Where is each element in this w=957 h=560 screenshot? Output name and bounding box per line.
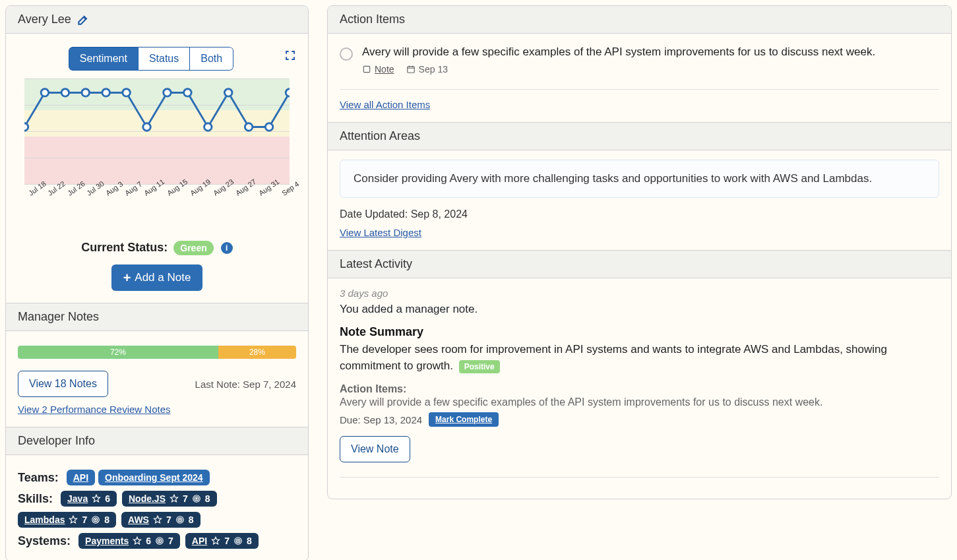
status-badge: Green [173,241,213,255]
action-item-note-link[interactable]: Note [362,64,394,75]
sentiment-chart [24,78,290,184]
svg-point-28 [237,540,239,542]
svg-point-5 [123,89,130,96]
latest-activity-header: Latest Activity [328,250,951,278]
svg-point-6 [143,123,150,131]
last-note-label: Last Note: Sep 7, 2024 [195,379,296,390]
mark-complete-button[interactable]: Mark Complete [429,412,499,427]
pill-node.js[interactable]: Node.JS78 [122,491,217,507]
current-status-label: Current Status: [81,241,168,254]
action-item-text: Avery will provide a few specific exampl… [362,46,875,59]
activity-action-items-label: Action Items: [340,383,939,395]
calendar-icon [406,65,416,74]
svg-rect-29 [363,66,369,72]
expand-icon[interactable] [284,49,296,63]
latest-activity-panel: 3 days ago You added a manager note. Not… [328,278,951,499]
pill-java[interactable]: Java6 [61,491,117,507]
pill-aws[interactable]: AWS78 [121,512,200,528]
svg-point-7 [164,89,171,96]
manager-notes-header: Manager Notes [6,303,308,331]
view-note-button[interactable]: View Note [340,436,410,462]
view-all-action-items-link[interactable]: View all Action Items [340,99,430,110]
action-item-date: Sep 13 [406,64,448,75]
positive-badge: Positive [459,360,500,373]
profile-card: Avery Lee Sentiment Status Both [5,5,309,560]
skills-row: Skills: Java6 Node.JS78 Lambdas78 AWS78 [18,491,296,528]
view-notes-button[interactable]: View 18 Notes [18,371,108,397]
svg-point-22 [179,519,181,520]
teams-row: Teams: API Onboarding Sept 2024 [18,470,296,485]
info-icon[interactable]: i [221,242,233,254]
attention-date-updated: Date Updated: Sep 8, 2024 [340,208,939,220]
note-icon [362,65,371,74]
pill-api[interactable]: API [67,470,95,485]
teams-label: Teams: [18,471,59,485]
activity-age: 3 days ago [340,288,939,299]
toggle-both[interactable]: Both [190,47,233,71]
edit-icon[interactable] [77,13,90,26]
svg-point-8 [184,89,191,96]
svg-point-11 [245,123,252,131]
toggle-status[interactable]: Status [139,47,190,71]
developer-name: Avery Lee [18,13,71,26]
chart-toggle: Sentiment Status Both [69,47,233,71]
svg-point-4 [102,89,109,96]
progress-yellow: 28% [218,346,296,359]
action-items-panel: Avery will provide a few specific exampl… [328,34,951,122]
skills-label: Skills: [18,492,53,506]
note-summary-text: The developer sees room for improvement … [340,342,939,374]
sentiment-x-labels: Jul 18Jul 22Jul 26Jul 30Aug 3Aug 7Aug 11… [27,191,293,199]
activity-line: You added a manager note. [340,303,939,316]
svg-point-2 [61,89,69,96]
current-status-row: Current Status: Green i [18,241,296,255]
add-note-label: Add a Note [135,271,191,284]
attention-text: Consider providing Avery with more chall… [340,160,939,198]
pill-payments[interactable]: Payments67 [78,533,180,549]
sentiment-line [24,78,290,179]
notes-progress: 72% 28% [18,346,296,359]
view-latest-digest-link[interactable]: View Latest Digest [340,227,421,238]
svg-point-12 [265,123,272,131]
pill-lambdas[interactable]: Lambdas78 [18,512,116,528]
pill-onboarding-sept-2024[interactable]: Onboarding Sept 2024 [98,470,210,485]
sentiment-panel: Sentiment Status Both [6,34,308,303]
manager-notes-panel: 72% 28% View 18 Notes Last Note: Sep 7, … [6,331,308,427]
action-items-header: Action Items [328,6,951,34]
svg-point-25 [159,540,160,542]
pill-api[interactable]: API78 [185,533,259,549]
attention-areas-header: Attention Areas [328,122,951,150]
right-card: Action Items Avery will provide a few sp… [327,5,952,499]
due-label: Due: Sep 13, 2024 [340,414,422,425]
progress-green: 72% [18,346,218,359]
svg-point-3 [82,89,89,96]
view-performance-reviews-link[interactable]: View 2 Performance Review Notes [18,404,171,415]
profile-header: Avery Lee [6,6,308,34]
svg-rect-30 [407,67,414,73]
svg-point-9 [204,123,212,131]
action-item: Avery will provide a few specific exampl… [340,43,939,84]
svg-point-19 [95,519,96,520]
systems-label: Systems: [18,534,71,548]
activity-action-items-text: Avery will provide a few specific exampl… [340,396,939,408]
svg-point-0 [24,123,28,131]
svg-point-1 [41,89,48,96]
note-summary-label: Note Summary [340,325,939,339]
developer-info-header: Developer Info [6,427,308,455]
svg-point-13 [286,89,290,96]
plus-icon: + [123,271,131,284]
toggle-sentiment[interactable]: Sentiment [69,47,139,71]
add-note-button[interactable]: + Add a Note [111,264,203,291]
action-item-checkbox[interactable] [340,47,353,61]
activity-due-row: Due: Sep 13, 2024 Mark Complete [340,412,939,427]
developer-info-panel: Teams: API Onboarding Sept 2024 Skills: … [6,455,308,560]
attention-areas-panel: Consider providing Avery with more chall… [328,150,951,250]
systems-row: Systems: Payments67 API78 [18,533,296,549]
svg-point-10 [224,89,232,96]
svg-point-16 [196,498,197,499]
